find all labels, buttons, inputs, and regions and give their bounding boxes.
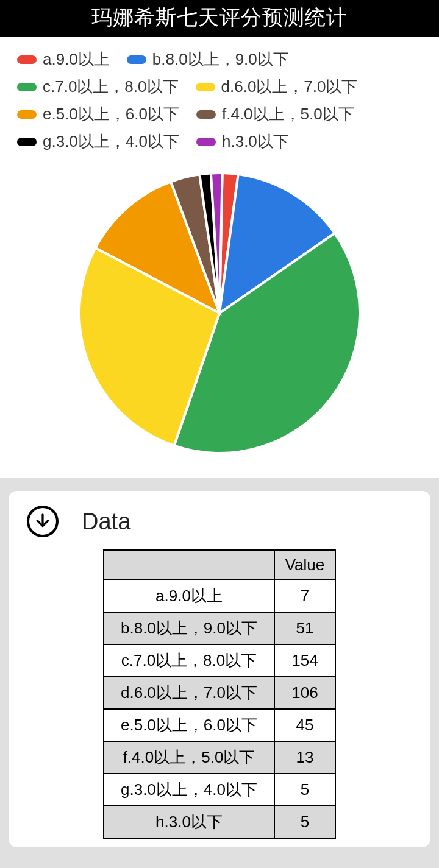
table-cell-value: 5 (274, 774, 335, 806)
legend-swatch (17, 110, 37, 119)
data-table: Value a.9.0以上7b.8.0以上，9.0以下51c.7.0以上，8.0… (103, 549, 336, 839)
legend-label: a.9.0以上 (43, 49, 110, 70)
legend-item[interactable]: h.3.0以下 (196, 131, 289, 152)
legend-item[interactable]: a.9.0以上 (17, 49, 110, 70)
data-title: Data (82, 509, 130, 535)
table-cell-label: e.5.0以上，6.0以下 (104, 709, 274, 741)
legend-item[interactable]: g.3.0以上，4.0以下 (17, 131, 179, 152)
legend-swatch (17, 55, 37, 64)
legend-label: f.4.0以上，5.0以下 (222, 104, 354, 125)
table-cell-value: 154 (274, 644, 335, 677)
legend-swatch (196, 110, 216, 119)
page-title: 玛娜希斯七天评分预测统计 (0, 0, 439, 37)
table-cell-label: b.8.0以上，9.0以下 (104, 612, 274, 644)
legend-item[interactable]: c.7.0以上，8.0以下 (17, 76, 179, 97)
table-cell-value: 106 (274, 677, 335, 709)
table-cell-label: a.9.0以上 (104, 580, 274, 612)
chart-panel: a.9.0以上b.8.0以上，9.0以下c.7.0以上，8.0以下d.6.0以上… (0, 37, 439, 478)
table-row: f.4.0以上，5.0以下13 (104, 741, 335, 774)
legend-item[interactable]: f.4.0以上，5.0以下 (196, 104, 354, 125)
legend-label: b.8.0以上，9.0以下 (152, 49, 289, 70)
table-cell-label: c.7.0以上，8.0以下 (104, 644, 274, 677)
table-cell-value: 5 (274, 806, 335, 838)
table-cell-value: 7 (274, 580, 335, 612)
table-cell-value: 51 (274, 612, 335, 644)
legend-label: c.7.0以上，8.0以下 (43, 76, 179, 97)
table-row: g.3.0以上，4.0以下5 (104, 774, 335, 806)
table-row: e.5.0以上，6.0以下45 (104, 709, 335, 741)
legend-item[interactable]: b.8.0以上，9.0以下 (127, 49, 289, 70)
table-cell-label: h.3.0以下 (104, 806, 274, 838)
table-header-empty (104, 550, 274, 580)
legend-label: e.5.0以上，6.0以下 (43, 104, 179, 125)
table-cell-label: f.4.0以上，5.0以下 (104, 741, 274, 774)
legend-item[interactable]: e.5.0以上，6.0以下 (17, 104, 179, 125)
legend-swatch (17, 83, 37, 91)
table-cell-value: 45 (274, 709, 335, 741)
table-cell-label: d.6.0以上，7.0以下 (104, 677, 274, 709)
table-row: a.9.0以上7 (104, 580, 335, 612)
data-panel: Data Value a.9.0以上7b.8.0以上，9.0以下51c.7.0以… (9, 491, 430, 847)
table-cell-value: 13 (274, 741, 335, 774)
table-row: d.6.0以上，7.0以下106 (104, 677, 335, 709)
legend-item[interactable]: d.6.0以上，7.0以下 (196, 76, 358, 97)
legend-swatch (196, 83, 215, 91)
table-header-value: Value (274, 550, 335, 580)
legend-swatch (127, 55, 146, 64)
legend-label: g.3.0以上，4.0以下 (43, 131, 179, 152)
legend-label: d.6.0以上，7.0以下 (221, 76, 358, 97)
table-row: c.7.0以上，8.0以下154 (104, 644, 335, 677)
table-cell-label: g.3.0以上，4.0以下 (104, 774, 274, 806)
pie-chart (12, 163, 427, 463)
legend-label: h.3.0以下 (222, 131, 289, 152)
legend: a.9.0以上b.8.0以上，9.0以下c.7.0以上，8.0以下d.6.0以上… (17, 49, 427, 152)
legend-swatch (196, 138, 216, 146)
legend-swatch (17, 138, 37, 146)
table-row: h.3.0以下5 (104, 806, 335, 838)
table-row: b.8.0以上，9.0以下51 (104, 612, 335, 644)
download-icon[interactable] (27, 506, 59, 537)
